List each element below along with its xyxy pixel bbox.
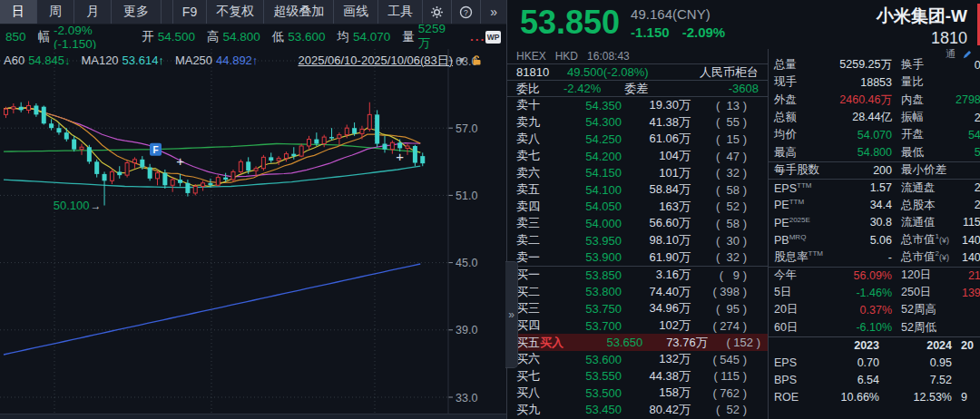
fin-table-row-ROE: ROE10.66%12.53%9: [769, 389, 980, 406]
toolbar-item[interactable]: 画线: [333, 0, 377, 24]
order-row-买六[interactable]: 买六53.600132万( 545 ): [507, 351, 768, 368]
quote-header: 53.850 49.164(CNY) -1.150-2.09% 小米集团-W 1…: [507, 0, 980, 49]
order-row-卖二[interactable]: 卖二53.95098.10万( 30 ): [507, 232, 768, 249]
exchange-row: HKEX HKD 16:08:43: [507, 49, 768, 64]
stock-name: 小米集团-W: [877, 5, 967, 28]
svg-text:?: ?: [464, 7, 468, 16]
period-tab-月[interactable]: 月: [74, 0, 112, 24]
period-tab-日[interactable]: 日: [0, 0, 37, 24]
quote-mini-icons: 通: [946, 47, 973, 61]
stats-row: PE2025E30.8流通值115: [769, 214, 980, 231]
svg-text:+: +: [396, 149, 404, 164]
panel-collapse-handle[interactable]: »: [505, 261, 518, 368]
weibi-row: 委比 -2.42% 委差 -3608: [507, 81, 768, 97]
gear-icon: [430, 5, 444, 19]
order-row-卖五[interactable]: 卖五54.10058.84万( 58 ): [507, 181, 768, 199]
stats-row: 现手18853量比: [769, 73, 980, 91]
weibi-label: 委比: [516, 81, 540, 97]
period-tab-更多[interactable]: 更多: [112, 0, 162, 24]
order-row-卖六[interactable]: 卖六54.150101万( 32 ): [507, 164, 768, 181]
order-row-买三[interactable]: 买三53.75034.96万( 95 ): [507, 300, 768, 317]
order-row-买二[interactable]: 买二53.80074.40万( 398 ): [507, 284, 768, 301]
connect-tag-icon[interactable]: 通: [946, 47, 956, 61]
daily-stat: 幅-2.09%(-1.150): [38, 24, 131, 51]
stats-row: 股息率TTM-总市值2(¥)140: [769, 248, 980, 266]
daily-stat: 均54.070: [338, 29, 391, 45]
order-row-卖九[interactable]: 卖九54.30041.38万( 55 ): [507, 114, 768, 132]
exchange-label: HKEX: [516, 50, 546, 63]
order-row-买八[interactable]: 买八53.500158万( 762 ): [507, 385, 768, 402]
settings-button[interactable]: [422, 0, 451, 24]
ma-values: A6054.845↓MA12053.614↑MA25044.892↑: [4, 54, 269, 67]
svg-text:→: →: [91, 200, 102, 212]
stats-row: 今年56.09%120日21: [769, 267, 980, 284]
ma-legend: A6054.845↓MA12053.614↑MA25044.892↑ 2025/…: [0, 49, 506, 72]
buy-action-label: 买入: [540, 336, 564, 349]
svg-text:50.100: 50.100: [54, 199, 90, 212]
wp-badge[interactable]: WP: [485, 31, 501, 44]
toolbar-overflow-button[interactable]: »: [480, 0, 506, 24]
ma-legend-item: MA12053.614↑: [81, 54, 163, 67]
order-row-买九[interactable]: 买九53.45080.42万( 52 ): [507, 402, 768, 419]
stats-row: PBMRQ5.06总市值1(¥)140: [769, 231, 980, 248]
stats-row: EPSTTM1.57流通盘2: [769, 179, 980, 196]
fin-table-header: 2023202420: [769, 336, 980, 354]
order-row-卖三[interactable]: 卖三54.00056.60万( 58 ): [507, 215, 768, 232]
order-row-卖四[interactable]: 卖四54.050163万( 52 ): [507, 199, 768, 216]
currency-label: HKD: [555, 50, 578, 63]
svg-text:57.0: 57.0: [456, 122, 477, 135]
weicha-label: 委差: [624, 81, 648, 97]
sell-levels: 卖十54.35019.30万( 13 )卖九54.30041.38万( 55 )…: [507, 97, 768, 266]
ma-legend-item: MA25044.892↑: [175, 54, 258, 67]
daily-stat: 量5259万: [402, 22, 455, 52]
toolbar-item[interactable]: 不复权: [206, 0, 263, 24]
period-toolbar: 日周月更多 F9不复权超级叠加画线工具 ?: [0, 0, 506, 24]
financial-table: 2023202420EPS0.700.95BPS6.547.52ROE10.66…: [769, 336, 980, 406]
stats-row: 总额28.44亿振幅2: [769, 109, 980, 126]
daily-stat: 850: [5, 30, 26, 44]
rmb-counter-row[interactable]: 81810 49.500(-2.08%) 人民币柜台: [507, 64, 768, 81]
order-row-卖十[interactable]: 卖十54.35019.30万( 13 ): [507, 97, 768, 114]
kline-chart[interactable]: 63.057.051.045.039.033.0++50.100→F: [0, 49, 506, 419]
toolbar-item[interactable]: F9: [172, 0, 206, 24]
order-row-买一[interactable]: 买一53.8503.16万( 9 ): [507, 267, 768, 284]
toolbar-right: F9不复权超级叠加画线工具 ? »: [172, 0, 506, 24]
order-row-卖八[interactable]: 卖八54.25061.06万( 15 ): [507, 131, 768, 148]
fin-table-row-EPS: EPS0.700.95: [769, 354, 980, 371]
order-row-买四[interactable]: 买四53.700102万( 274 ): [507, 317, 768, 335]
weibi-value: -2.42%: [564, 82, 601, 95]
period-tab-周[interactable]: 周: [37, 0, 74, 24]
order-row-卖七[interactable]: 卖七54.200104万( 47 ): [507, 148, 768, 165]
ma-legend-item: A6054.845↓: [4, 54, 70, 67]
quote-time: 16:08:43: [587, 50, 630, 63]
price-change: -1.150-2.09%: [631, 24, 738, 40]
help-button[interactable]: ?: [451, 0, 480, 24]
stats-row: 60日-6.10%52周低: [769, 318, 980, 336]
order-row-买五[interactable]: 买五买入53.65073.76万( 152 ): [507, 334, 768, 351]
candlestick-chart-area[interactable]: A6054.845↓MA12053.614↑MA25044.892↑ 2025/…: [0, 49, 506, 419]
order-row-卖一[interactable]: 卖一53.90061.90万( 32 ): [507, 248, 768, 266]
stats-rows: 总量5259.25万换手0现手18853量比外盘2460.46万内盘2798总额…: [769, 56, 980, 336]
svg-text:33.0: 33.0: [456, 392, 477, 404]
change-value: -1.150: [631, 24, 670, 40]
rmb-counter-code: 81810: [516, 65, 567, 79]
svg-text:45.0: 45.0: [456, 257, 477, 269]
quote-panel: 53.850 49.164(CNY) -1.150-2.09% 小米集团-W 1…: [506, 0, 980, 419]
svg-text:F: F: [152, 145, 158, 155]
svg-text:+: +: [176, 153, 184, 169]
toolbar-item[interactable]: 超级叠加: [263, 0, 333, 24]
stock-code: 1810: [877, 29, 967, 48]
svg-text:39.0: 39.0: [456, 324, 477, 336]
edit-pencil-icon[interactable]: [962, 49, 973, 60]
buy-levels: 买一53.8503.16万( 9 )买二53.80074.40万( 398 )买…: [507, 267, 768, 418]
unlock-icon[interactable]: [471, 54, 483, 66]
order-row-买七[interactable]: 买七53.55044.38万( 115 ): [507, 368, 768, 385]
date-range-selector[interactable]: 2025/06/10-2025/10/06(83日): [299, 53, 454, 69]
toolbar-item[interactable]: 工具: [377, 0, 422, 24]
change-percent: -2.09%: [682, 24, 726, 40]
more-dots-icon[interactable]: ...: [470, 30, 485, 44]
rmb-counter-quote: 49.500(-2.08%): [567, 65, 700, 79]
chevron-down-icon[interactable]: ▼: [457, 55, 466, 65]
stats-row: 20日0.37%52周高: [769, 301, 980, 318]
svg-text:51.0: 51.0: [456, 190, 477, 202]
